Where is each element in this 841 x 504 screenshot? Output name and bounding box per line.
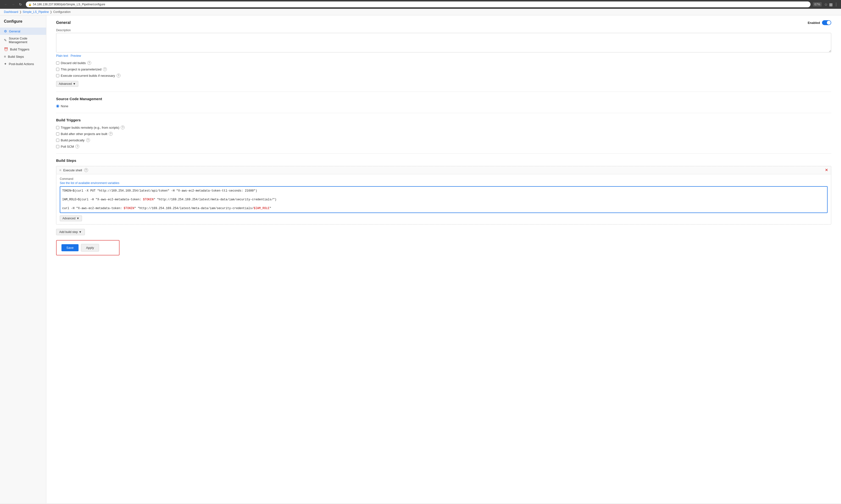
enabled-row: Enabled: [808, 20, 831, 25]
trigger-remote-label[interactable]: Trigger builds remotely (e.g., from scri…: [61, 126, 119, 129]
post-build-icon: ✦: [4, 62, 7, 66]
description-field[interactable]: [56, 33, 831, 52]
poll-scm-row: Poll SCM ?: [56, 145, 831, 148]
build-steps-title: Build Steps: [56, 158, 831, 163]
build-periodically-checkbox[interactable]: [56, 139, 59, 142]
sidebar: Configure ⚙ General ✎ Source Code Manage…: [0, 15, 46, 503]
trigger-remote-help-icon[interactable]: ?: [121, 126, 125, 129]
build-after-label[interactable]: Build after other projects are built: [61, 132, 107, 136]
build-periodically-help-icon[interactable]: ?: [86, 138, 90, 142]
build-after-help-icon[interactable]: ?: [109, 132, 113, 136]
add-build-step-button[interactable]: Add build step ▼: [56, 229, 85, 235]
scm-none-radio[interactable]: [56, 105, 59, 108]
build-step-body: Command See the list of available enviro…: [56, 174, 831, 224]
sidebar-item-build-steps[interactable]: ≡ Build Steps: [0, 53, 46, 60]
env-vars-link[interactable]: See the list of available environment va…: [60, 181, 119, 185]
command-label: Command: [60, 177, 828, 181]
enabled-toggle[interactable]: [822, 20, 831, 25]
scm-none-row: None: [56, 104, 831, 108]
discard-help-icon[interactable]: ?: [87, 61, 91, 65]
star-icon[interactable]: ☆: [824, 2, 828, 7]
save-button[interactable]: Save: [62, 244, 78, 251]
browser-actions: ☆ ▦ ⋮: [824, 2, 838, 7]
discard-old-builds-label[interactable]: Discard old builds: [61, 61, 86, 65]
extensions-icon[interactable]: ▦: [829, 2, 833, 7]
poll-scm-help-icon[interactable]: ?: [75, 145, 79, 148]
build-periodically-label[interactable]: Build periodically: [61, 139, 85, 142]
add-build-step-label: Add build step: [59, 230, 78, 234]
sidebar-item-build-triggers[interactable]: ⏰ Build Triggers: [0, 46, 46, 53]
poll-scm-label[interactable]: Poll SCM: [61, 145, 74, 148]
execute-concurrent-help-icon[interactable]: ?: [117, 74, 121, 77]
build-after-checkbox[interactable]: [56, 132, 59, 136]
zoom-level: 67%: [813, 2, 822, 6]
preview-link[interactable]: Preview: [70, 54, 81, 57]
menu-icon[interactable]: ⋮: [834, 2, 838, 7]
enabled-label: Enabled: [808, 21, 820, 24]
browser-nav-buttons: ← → ↻: [3, 1, 23, 7]
general-title: General: [56, 20, 71, 25]
build-triggers-title: Build Triggers: [56, 118, 831, 122]
step-advanced-label: Advanced: [63, 217, 75, 220]
execute-concurrent-checkbox[interactable]: [56, 74, 59, 77]
page-layout: Configure ⚙ General ✎ Source Code Manage…: [0, 15, 841, 503]
command-code-area[interactable]: TOKEN=$(curl -X PUT "http://169.254.169.…: [60, 186, 828, 213]
execute-shell-label: Execute shell: [63, 168, 82, 172]
general-divider: [56, 92, 831, 92]
address-bar[interactable]: 🔒 54.186.138.237:8080/job/Simple_LS_Pipe…: [26, 1, 810, 7]
trigger-remote-row: Trigger builds remotely (e.g., from scri…: [56, 126, 831, 129]
build-step-box: ≡ Execute shell ? ✕ Command See the list…: [56, 166, 831, 224]
plain-text-link[interactable]: Plain text: [56, 54, 68, 57]
description-label: Description: [56, 29, 831, 32]
sidebar-item-post-build-label: Post-build Actions: [9, 62, 34, 66]
build-periodically-row: Build periodically ?: [56, 138, 831, 142]
scm-title: Source Code Management: [56, 97, 831, 101]
lock-icon: 🔒: [28, 3, 32, 6]
sidebar-item-general[interactable]: ⚙ General: [0, 28, 46, 35]
plain-text-preview: Plain text Preview: [56, 54, 831, 57]
parameterized-label[interactable]: This project is parameterized: [61, 68, 102, 71]
reload-button[interactable]: ↻: [18, 1, 23, 7]
chevron-down-icon: ▼: [73, 82, 76, 86]
build-step-header: ≡ Execute shell ? ✕: [56, 166, 831, 174]
url-text: 54.186.138.237:8080/job/Simple_LS_Pipeli…: [33, 3, 105, 6]
sidebar-item-build-triggers-label: Build Triggers: [10, 48, 29, 51]
step-advanced-button[interactable]: Advanced ▼: [60, 215, 82, 221]
execute-concurrent-label[interactable]: Execute concurrent builds if necessary: [61, 74, 115, 77]
sidebar-item-build-steps-label: Build Steps: [8, 55, 24, 58]
execute-concurrent-row: Execute concurrent builds if necessary ?: [56, 74, 831, 77]
add-build-step-chevron-icon: ▼: [79, 230, 82, 234]
breadcrumb-dashboard[interactable]: Dashboard: [4, 10, 18, 14]
breadcrumb-pipeline[interactable]: Simple_LS_Pipeline: [23, 10, 49, 14]
scm-none-label[interactable]: None: [61, 104, 68, 108]
sidebar-item-scm[interactable]: ✎ Source Code Management: [0, 35, 46, 46]
build-triggers-divider: [56, 153, 831, 154]
edit-icon: ✎: [4, 38, 7, 42]
sidebar-item-scm-label: Source Code Management: [9, 37, 42, 44]
general-advanced-label: Advanced: [59, 82, 72, 86]
sidebar-item-general-label: General: [9, 30, 20, 33]
general-advanced-button[interactable]: Advanced ▼: [56, 81, 78, 87]
step-chevron-icon: ▼: [76, 217, 79, 220]
back-button[interactable]: ←: [3, 1, 9, 7]
gear-icon: ⚙: [4, 29, 7, 33]
poll-scm-checkbox[interactable]: [56, 145, 59, 148]
remove-step-button[interactable]: ✕: [825, 168, 828, 172]
parameterized-checkbox[interactable]: [56, 68, 59, 71]
trigger-remote-checkbox[interactable]: [56, 126, 59, 129]
breadcrumb-current: Configuration: [53, 10, 70, 14]
general-section-header: General Enabled: [56, 20, 831, 25]
breadcrumb: Dashboard ❱ Simple_LS_Pipeline ❱ Configu…: [0, 9, 841, 15]
drag-handle-icon[interactable]: ≡: [59, 168, 61, 172]
discard-old-builds-checkbox[interactable]: [56, 61, 59, 65]
sidebar-item-post-build[interactable]: ✦ Post-build Actions: [0, 60, 46, 68]
action-bar: Save Apply: [56, 240, 120, 255]
main-content: General Enabled Description Plain text P…: [46, 15, 841, 503]
parameterized-help-icon[interactable]: ?: [103, 67, 107, 71]
discard-old-builds-row: Discard old builds ?: [56, 61, 831, 65]
execute-shell-help-icon[interactable]: ?: [84, 168, 88, 172]
clock-icon: ⏰: [4, 47, 8, 51]
forward-button[interactable]: →: [10, 1, 16, 7]
scm-divider: [56, 113, 831, 113]
apply-button[interactable]: Apply: [81, 244, 99, 252]
